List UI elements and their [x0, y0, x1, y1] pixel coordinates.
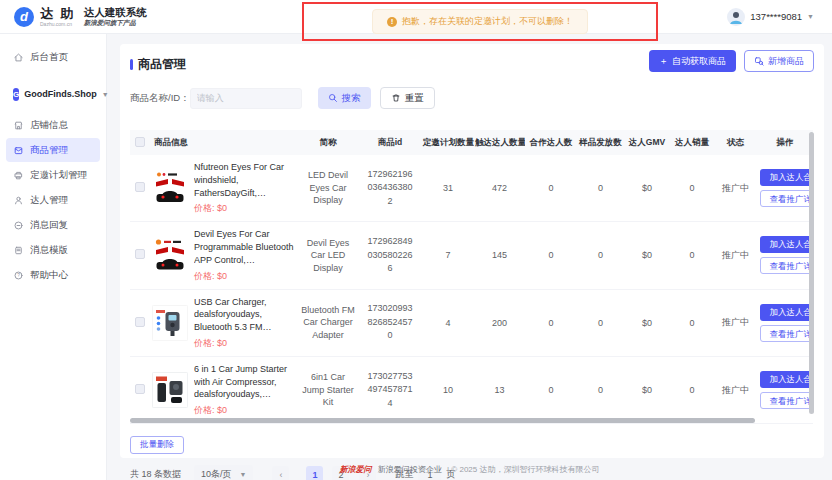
vertical-scrollbar[interactable]: [809, 132, 814, 414]
table-row: 6 in 1 Car Jump Starter with Air Compres…: [130, 356, 813, 423]
sidebar-item-label: 商品管理: [30, 144, 68, 157]
short-name-cell: Devil Eyes Car LED Display: [298, 222, 358, 289]
shop-selector[interactable]: G GoodFinds.Shop ▼: [6, 83, 100, 105]
sample-count-cell: 0: [577, 222, 624, 289]
select-all-header: [130, 130, 150, 155]
plan-count-cell: 7: [422, 222, 474, 289]
reached-count-cell: 472: [474, 155, 525, 222]
user-menu[interactable]: 137****9081 ▼: [727, 8, 814, 26]
row-checkbox[interactable]: [135, 384, 145, 394]
short-name-cell: LED Devil Eyes Car Display: [298, 155, 358, 222]
plan-count-cell: 4: [422, 289, 474, 356]
sidebar-item[interactable]: 消息模版: [6, 238, 100, 262]
product-title: USB Car Charger, dealsforyoudays, Blueto…: [194, 296, 296, 334]
product-id-cell: 1729621960364363802: [358, 155, 422, 222]
product-id-cell: 1730277534974578714: [358, 356, 422, 423]
horizontal-scrollbar[interactable]: [130, 418, 755, 423]
brand-slogan: 新浪爱问旗下产品: [84, 20, 147, 27]
table-row: USB Car Charger, dealsforyoudays, Blueto…: [130, 289, 813, 356]
shop-info-icon: [13, 120, 24, 131]
sidebar-item-label: 定邀计划管理: [30, 169, 87, 182]
sidebar: 后台首页 G GoodFinds.Shop ▼ 店铺信息 商品管理 定邀计划管理…: [0, 34, 107, 480]
product-thumbnail: [152, 372, 188, 408]
product-management-card: ＋ 自动获取商品 新增商品 商品管理 商品名称/ID： 搜索: [120, 44, 824, 458]
column-header: 达人GMV: [624, 130, 670, 155]
reached-count-cell: 200: [474, 289, 525, 356]
gmv-cell: $0: [624, 155, 670, 222]
sidebar-home-label: 后台首页: [30, 51, 68, 64]
sample-count-cell: 0: [577, 289, 624, 356]
gmv-cell: $0: [624, 222, 670, 289]
message-template-icon: [13, 245, 24, 256]
select-all-checkbox[interactable]: [135, 137, 145, 147]
sidebar-item-label: 消息模版: [30, 244, 68, 257]
product-title: 6 in 1 Car Jump Starter with Air Compres…: [194, 363, 296, 401]
sina-iask-logo: 新浪爱问: [340, 465, 372, 474]
view-promotion-button[interactable]: 查看推广详情: [760, 392, 813, 409]
auto-fetch-products-button[interactable]: ＋ 自动获取商品: [649, 50, 736, 72]
chevron-down-icon: ▼: [807, 13, 814, 20]
coop-count-cell: 0: [525, 356, 577, 423]
bulk-delete-button[interactable]: 批量删除: [130, 436, 184, 454]
plan-count-cell: 10: [422, 356, 474, 423]
column-header: 样品发放数: [577, 130, 624, 155]
reset-button[interactable]: 重置: [380, 87, 435, 109]
column-header: 状态: [714, 130, 757, 155]
join-cooperation-button[interactable]: 加入达人合作: [760, 169, 813, 186]
short-name-cell: 6in1 Car Jump Starter Kit: [298, 356, 358, 423]
join-cooperation-button[interactable]: 加入达人合作: [760, 304, 813, 321]
join-cooperation-button[interactable]: 加入达人合作: [760, 236, 813, 253]
gmv-cell: $0: [624, 289, 670, 356]
row-checkbox[interactable]: [135, 182, 145, 192]
product-thumbnail: [152, 170, 188, 206]
help-icon: ?: [13, 270, 24, 281]
message-reply-icon: [13, 220, 24, 231]
coop-count-cell: 0: [525, 222, 577, 289]
status-cell: 推广中: [714, 222, 757, 289]
join-cooperation-button[interactable]: 加入达人合作: [760, 371, 813, 388]
view-promotion-button[interactable]: 查看推广详情: [760, 190, 813, 207]
coop-count-cell: 0: [525, 289, 577, 356]
sidebar-item[interactable]: 定邀计划管理: [6, 163, 100, 187]
sidebar-item[interactable]: 店铺信息: [6, 113, 100, 137]
user-phone: 137****9081: [750, 11, 802, 22]
sidebar-item-label: 店铺信息: [30, 119, 68, 132]
sidebar-item[interactable]: 商品管理: [6, 138, 100, 162]
sidebar-item[interactable]: 消息回复: [6, 213, 100, 237]
sales-cell: 0: [670, 289, 714, 356]
sidebar-item-home[interactable]: 后台首页: [6, 45, 100, 69]
brand-name: 达 助: [40, 7, 76, 20]
main-content: ＋ 自动获取商品 新增商品 商品管理 商品名称/ID： 搜索: [107, 34, 832, 480]
plan-count-cell: 31: [422, 155, 474, 222]
home-icon: [13, 52, 24, 63]
sales-cell: 0: [670, 222, 714, 289]
brand-domain: Dazhu.com.cn: [40, 22, 76, 27]
column-header: 简称: [298, 130, 358, 155]
search-button[interactable]: 搜索: [318, 87, 371, 109]
add-product-icon: [754, 56, 764, 66]
row-checkbox[interactable]: [135, 249, 145, 259]
add-product-button[interactable]: 新增商品: [744, 50, 814, 72]
column-header: 触达达人数量: [474, 130, 525, 155]
view-promotion-button[interactable]: 查看推广详情: [760, 325, 813, 342]
brand-logo: d 达 助 Dazhu.com.cn 达人建联系统 新浪爱问旗下产品: [14, 7, 147, 27]
column-header: 定邀计划数量: [422, 130, 474, 155]
view-promotion-button[interactable]: 查看推广详情: [760, 257, 813, 274]
products-table: 商品信息简称商品id定邀计划数量触达达人数量合作达人数样品发放数达人GMV达人销…: [130, 130, 813, 424]
column-header: 合作达人数: [525, 130, 577, 155]
search-input[interactable]: [190, 88, 302, 109]
product-title: Devil Eyes For Car Programmable Bluetoot…: [194, 228, 296, 266]
product-title: Nfutreon Eyes For Car windshield, Father…: [194, 161, 296, 199]
row-checkbox[interactable]: [135, 317, 145, 327]
brand-logo-icon: d: [14, 7, 34, 27]
status-tabs: [130, 122, 814, 129]
influencer-icon: [13, 195, 24, 206]
svg-text:?: ?: [17, 273, 20, 278]
footer-copyright: | © 2025 达助，深圳智行环球科技有限公司: [447, 465, 599, 474]
column-header: 达人销量: [670, 130, 714, 155]
sidebar-item[interactable]: ? 帮助中心: [6, 263, 100, 287]
sidebar-item-label: 消息回复: [30, 219, 68, 232]
product-thumbnail: [152, 237, 188, 273]
sidebar-item[interactable]: 达人管理: [6, 188, 100, 212]
avatar: [727, 8, 745, 26]
